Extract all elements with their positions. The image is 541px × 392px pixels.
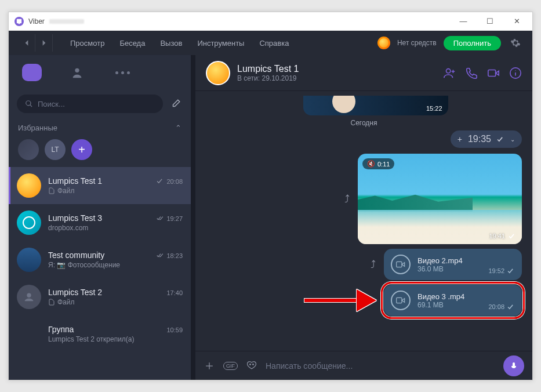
nav-back-button[interactable] — [18, 34, 35, 52]
sidebar: Поиск... Избранные ⌃ LT + Lumpics Test 1… — [9, 55, 191, 380]
svg-point-7 — [250, 364, 251, 365]
minimize-button[interactable]: — — [450, 12, 477, 31]
video-message[interactable]: 🔇 0:11 19:41 — [358, 154, 522, 244]
menu-tools[interactable]: Инструменты — [197, 39, 244, 48]
chat-time: 18:23 — [157, 252, 183, 259]
chevron-down-icon: ⌄ — [510, 136, 515, 143]
forward-icon[interactable]: ⤴ — [344, 193, 350, 205]
menu-help[interactable]: Справка — [259, 39, 289, 48]
file-name: Видео 2.mp4 — [417, 256, 481, 265]
chat-preview: Lumpics Test 2 открепил(а) — [48, 335, 183, 343]
search-input[interactable]: Поиск... — [17, 95, 163, 113]
search-placeholder: Поиск... — [38, 100, 65, 108]
chevron-up-icon: ⌃ — [175, 124, 181, 132]
sticker-button[interactable] — [246, 360, 257, 372]
svg-rect-5 — [397, 262, 402, 267]
window-controls: — ☐ ✕ — [450, 12, 530, 31]
chat-preview: Файл — [48, 298, 183, 306]
highlighted-annotation: Видео 3 .mp4 69.1 MB 20:08 — [384, 285, 522, 316]
svg-point-2 — [446, 68, 451, 72]
close-button[interactable]: ✕ — [503, 12, 530, 31]
file-time: 19:52 — [488, 267, 515, 274]
chat-time: 17:40 — [166, 289, 183, 296]
chat-header: Lumpics Test 1 В сети: 29.10.2019 — [195, 55, 532, 91]
settings-icon[interactable] — [508, 35, 523, 50]
user-avatar[interactable] — [377, 37, 390, 49]
chat-name: Lumpics Test 1 — [48, 176, 102, 186]
contact-avatar[interactable] — [206, 61, 230, 85]
menu-view[interactable]: Просмотр — [70, 39, 104, 48]
tab-contacts[interactable] — [67, 62, 88, 83]
search-icon — [25, 100, 33, 108]
add-contact-button[interactable] — [443, 67, 456, 79]
menu-bar: Просмотр Беседа Вызов Инструменты Справк… — [9, 31, 532, 55]
sidebar-scrollbar[interactable] — [191, 55, 195, 380]
svg-point-8 — [253, 364, 254, 365]
file-icon — [48, 187, 55, 194]
chat-item[interactable]: Test community18:23 Я: 📷 Фотосообщение — [9, 241, 191, 278]
chat-avatar — [17, 210, 41, 235]
chat-preview: dropbox.com — [48, 224, 183, 232]
menu-call[interactable]: Вызов — [160, 39, 182, 48]
chat-item[interactable]: Lumpics Test 120:08 Файл — [9, 167, 191, 204]
arrow-annotation — [304, 289, 376, 311]
chat-avatar — [17, 173, 41, 198]
favorites-header[interactable]: Избранные ⌃ — [9, 118, 191, 137]
date-separator: Сегодня — [206, 119, 522, 127]
check-icon — [497, 137, 504, 142]
plus-icon: + — [458, 135, 462, 144]
chat-item[interactable]: Lumpics Test 319:27 dropbox.com — [9, 204, 191, 241]
chat-item[interactable]: Группа10:59 Lumpics Test 2 открепил(а) — [9, 315, 191, 353]
favorite-contact-1[interactable] — [18, 139, 39, 160]
app-window: Viber — ☐ ✕ Просмотр Беседа Вызов Инстру… — [8, 12, 533, 380]
chat-list[interactable]: Lumpics Test 120:08 Файл Lumpics Test 31… — [9, 167, 191, 380]
svg-point-1 — [27, 293, 31, 297]
collapsed-messages[interactable]: + 19:35 ⌄ — [451, 130, 522, 148]
chat-item[interactable]: Lumpics Test 217:40 Файл — [9, 278, 191, 315]
chat-name: Lumpics Test 2 — [48, 288, 102, 297]
tab-chats[interactable] — [21, 62, 42, 83]
info-button[interactable] — [509, 67, 522, 79]
messages-area[interactable]: 15:22 Сегодня + 19:35 ⌄ ⤴ 🔇 0:11 19:41 — [195, 91, 532, 351]
svg-rect-3 — [488, 70, 496, 76]
attach-button[interactable] — [204, 360, 215, 372]
chat-avatar — [17, 322, 41, 346]
maximize-button[interactable]: ☐ — [477, 12, 503, 31]
add-favorite-button[interactable]: + — [71, 139, 92, 160]
favorites-label: Избранные — [18, 124, 57, 132]
video-file-icon — [391, 255, 411, 274]
window-title: Viber — [28, 17, 45, 26]
menu-chat[interactable]: Беседа — [119, 39, 145, 48]
chat-name: Lumpics Test 3 — [48, 213, 102, 223]
gif-button[interactable]: GIF — [223, 362, 238, 370]
topup-button[interactable]: Пополнить — [444, 36, 501, 50]
voice-call-button[interactable] — [465, 67, 478, 79]
chat-name: Test community — [48, 251, 104, 260]
chat-time: 19:27 — [157, 215, 183, 222]
file-size: 69.1 MB — [417, 301, 481, 309]
contact-status: В сети: 29.10.2019 — [237, 74, 436, 82]
chat-name: Группа — [48, 325, 74, 334]
favorite-contact-2[interactable]: LT — [45, 139, 66, 160]
file-icon — [48, 299, 55, 306]
compose-button[interactable] — [169, 97, 183, 111]
forward-icon[interactable]: ⤴ — [371, 259, 376, 271]
chat-time: 10:59 — [166, 326, 183, 333]
contact-name: Lumpics Test 1 — [237, 64, 436, 74]
file-message[interactable]: Видео 2.mp4 36.0 MB 19:52 — [384, 249, 522, 280]
composer: GIF — [195, 351, 532, 380]
file-size: 36.0 MB — [417, 265, 481, 273]
voice-message-button[interactable] — [503, 355, 524, 376]
old-video-message[interactable]: 15:22 — [303, 96, 448, 115]
title-bar: Viber — ☐ ✕ — [9, 12, 532, 31]
video-file-icon — [391, 291, 411, 310]
file-name: Видео 3 .mp4 — [417, 292, 481, 301]
tab-more[interactable] — [112, 62, 133, 83]
video-call-button[interactable] — [487, 67, 500, 79]
collapsed-time: 19:35 — [468, 134, 491, 144]
nav-forward-button[interactable] — [35, 34, 53, 52]
message-input[interactable] — [266, 361, 495, 371]
file-time: 20:08 — [488, 303, 515, 310]
video-duration: 🔇 0:11 — [362, 158, 394, 169]
file-message[interactable]: Видео 3 .mp4 69.1 MB 20:08 — [384, 285, 522, 316]
